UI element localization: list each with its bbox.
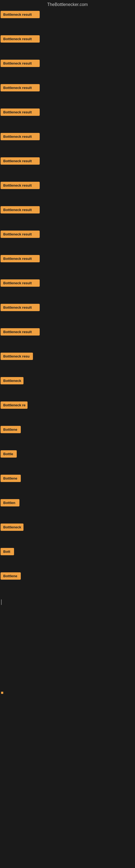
bottleneck-badge: Bottlen (1, 499, 19, 506)
cursor-line (1, 599, 2, 605)
list-item: Bottleneck result (0, 278, 135, 288)
item-spacer (0, 581, 135, 596)
list-item: Bottleneck result (0, 327, 135, 337)
item-spacer (0, 190, 135, 205)
list-item: Bottleneck result (0, 156, 135, 166)
item-spacer (0, 117, 135, 132)
list-item: Bottleneck result (0, 181, 135, 190)
list-item: Bottleneck (0, 522, 135, 532)
item-spacer (0, 264, 135, 278)
item-spacer (0, 434, 135, 449)
empty-section-1 (0, 608, 135, 689)
item-spacer (0, 19, 135, 34)
bottleneck-badge: Bottleneck result (1, 230, 40, 238)
list-item: Bottleneck result (0, 83, 135, 93)
list-item: Bottleneck result (0, 107, 135, 117)
item-spacer (0, 507, 135, 522)
list-item: Bottleneck result (0, 229, 135, 239)
bottleneck-badge: Bottlene (1, 475, 21, 482)
item-spacer (0, 239, 135, 254)
bottleneck-badge: Bottleneck result (1, 84, 40, 91)
bottleneck-badge: Bottleneck result (1, 60, 40, 67)
item-spacer (0, 410, 135, 425)
list-item: Bott (0, 547, 135, 556)
item-spacer (0, 312, 135, 327)
list-item: Bottleneck result (0, 303, 135, 312)
page-container: TheBottlenecker.com Bottleneck resultBot… (0, 0, 135, 859)
list-item: Bottleneck re (0, 400, 135, 410)
item-spacer (0, 141, 135, 156)
item-spacer (0, 44, 135, 59)
site-title: TheBottlenecker.com (0, 0, 135, 9)
bottleneck-badge: Bottleneck result (1, 304, 40, 311)
bottleneck-badge: Bottleneck result (1, 108, 40, 116)
list-item: Bottleneck resu (0, 351, 135, 361)
item-spacer (0, 556, 135, 571)
item-spacer (0, 215, 135, 229)
bottleneck-badge: Bottleneck result (1, 157, 40, 165)
bottleneck-badge: Bottleneck result (1, 279, 40, 287)
item-spacer (0, 361, 135, 376)
list-item: Bottlene (0, 425, 135, 434)
item-spacer (0, 93, 135, 107)
list-item: Bottleneck (0, 376, 135, 385)
item-spacer (0, 288, 135, 303)
bottleneck-badge: Bottleneck result (1, 133, 40, 140)
items-container: Bottleneck resultBottleneck resultBottle… (0, 9, 135, 596)
cursor-area (0, 596, 135, 608)
item-spacer (0, 337, 135, 351)
list-item: Bottleneck result (0, 205, 135, 215)
bottleneck-badge: Bottleneck result (1, 35, 40, 42)
list-item: Bottleneck result (0, 10, 135, 19)
bottleneck-badge: Bottleneck result (1, 11, 40, 18)
list-item: Bottlene (0, 571, 135, 581)
item-spacer (0, 385, 135, 400)
bottleneck-badge: Bottleneck result (1, 182, 40, 189)
list-item: Bottle (0, 449, 135, 459)
bottleneck-badge: Bottleneck resu (1, 352, 33, 360)
empty-section-2 (0, 696, 135, 859)
bottleneck-badge: Bottleneck result (1, 255, 40, 262)
item-spacer (0, 68, 135, 83)
small-indicator (1, 692, 3, 694)
list-item: Bottleneck result (0, 254, 135, 264)
list-item: Bottleneck result (0, 59, 135, 68)
bottleneck-badge: Bottlene (1, 572, 21, 580)
bottleneck-badge: Bottleneck result (1, 206, 40, 214)
small-indicator-area (0, 689, 135, 696)
bottleneck-badge: Bottleneck (1, 524, 24, 531)
list-item: Bottleneck result (0, 34, 135, 44)
bottleneck-badge: Bottleneck result (1, 328, 40, 336)
bottleneck-badge: Bottlene (1, 426, 21, 433)
bottleneck-badge: Bottleneck re (1, 401, 28, 409)
bottleneck-badge: Bott (1, 548, 14, 555)
bottleneck-badge: Bottleneck (1, 377, 24, 384)
item-spacer (0, 166, 135, 181)
list-item: Bottleneck result (0, 132, 135, 141)
item-spacer (0, 483, 135, 498)
item-spacer (0, 532, 135, 547)
list-item: Bottlen (0, 498, 135, 507)
bottleneck-badge: Bottle (1, 450, 17, 458)
item-spacer (0, 459, 135, 474)
list-item: Bottlene (0, 474, 135, 483)
